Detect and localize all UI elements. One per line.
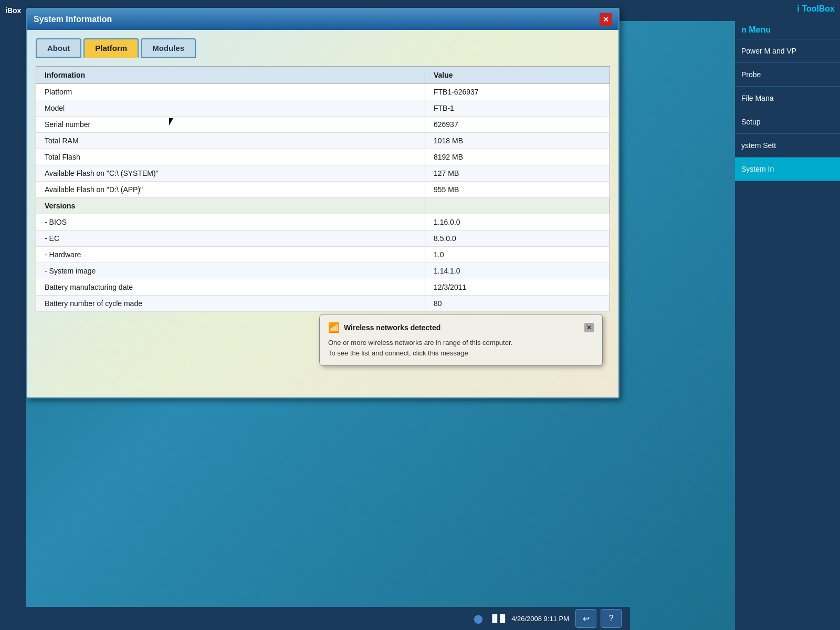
signal-icon: ▐▌█ (489, 614, 505, 623)
taskbar-buttons: ↩ ? (575, 609, 622, 628)
value-cell: 80 (425, 296, 610, 312)
info-cell: Total Flash (36, 149, 425, 165)
col-value-header: Value (425, 67, 610, 84)
sidebar-item-system-settings[interactable]: ystem Sett (735, 134, 840, 158)
dialog-titlebar: System Information ✕ (27, 9, 618, 30)
value-cell: 1018 MB (425, 133, 610, 149)
wireless-icon: 📶 (328, 322, 340, 333)
info-cell: Versions (36, 198, 425, 214)
table-row: ModelFTB-1 (36, 100, 610, 117)
value-cell: 1.16.0.0 (425, 214, 610, 230)
value-cell: 8192 MB (425, 149, 610, 165)
value-cell: 955 MB (425, 182, 610, 198)
dialog-close-button[interactable]: ✕ (600, 13, 612, 26)
table-row: Serial number626937 (36, 117, 610, 133)
col-info-header: Information (36, 67, 425, 84)
system-info-dialog: System Information ✕ About Platform Modu… (26, 8, 620, 398)
sidebar-item-file-manager[interactable]: File Mana (735, 87, 840, 110)
dialog-title: System Information (34, 15, 112, 24)
tab-about[interactable]: About (36, 38, 81, 58)
info-cell: Available Flash on "C:\ (SYSTEM)" (36, 165, 425, 182)
back-button[interactable]: ↩ (575, 609, 596, 628)
info-cell: - Hardware (36, 247, 425, 263)
value-cell: 12/3/2011 (425, 279, 610, 296)
sidebar-item-power[interactable]: Power M and VP (735, 39, 840, 63)
info-cell: Serial number (36, 117, 425, 133)
value-cell: 1.14.1.0 (425, 263, 610, 279)
right-title: i ToolBox (797, 4, 835, 14)
table-row: Available Flash on "D:\ (APP)"955 MB (36, 182, 610, 198)
table-row: Versions (36, 198, 610, 214)
sidebar-item-system-info[interactable]: System In (735, 158, 840, 181)
info-cell: - BIOS (36, 214, 425, 230)
bluetooth-icon: ⬤ (474, 614, 483, 624)
wireless-notification[interactable]: 📶 Wireless networks detected ✕ One or mo… (319, 314, 603, 366)
table-row: - Hardware1.0 (36, 247, 610, 263)
info-cell: - System image (36, 263, 425, 279)
table-row: Battery manufacturing date12/3/2011 (36, 279, 610, 296)
main-area: System Information ✕ About Platform Modu… (0, 0, 735, 630)
value-cell: FTB1-626937 (425, 84, 610, 100)
info-cell: Total RAM (36, 133, 425, 149)
info-cell: Available Flash on "D:\ (APP)" (36, 182, 425, 198)
value-cell: 8.5.0.0 (425, 230, 610, 247)
table-row: - BIOS1.16.0.0 (36, 214, 610, 230)
info-cell: Platform (36, 84, 425, 100)
tab-bar: About Platform Modules (36, 38, 610, 58)
info-cell: Battery manufacturing date (36, 279, 425, 296)
value-cell (425, 198, 610, 214)
tab-platform[interactable]: Platform (83, 38, 139, 58)
sidebar-header: n Menu (735, 21, 840, 39)
sidebar-item-probe[interactable]: Probe (735, 63, 840, 87)
table-row: - EC8.5.0.0 (36, 230, 610, 247)
wireless-close-button[interactable]: ✕ (584, 323, 594, 332)
back-icon: ↩ (583, 614, 590, 624)
table-row: Total Flash8192 MB (36, 149, 610, 165)
table-row: Available Flash on "C:\ (SYSTEM)"127 MB (36, 165, 610, 182)
wireless-title: 📶 Wireless networks detected (328, 322, 440, 333)
table-row: - System image1.14.1.0 (36, 263, 610, 279)
info-cell: Battery number of cycle made (36, 296, 425, 312)
wireless-header: 📶 Wireless networks detected ✕ (328, 322, 594, 333)
datetime-display: 4/26/2008 9:11 PM (511, 615, 569, 623)
info-cell: - EC (36, 230, 425, 247)
value-cell: FTB-1 (425, 100, 610, 117)
value-cell: 1.0 (425, 247, 610, 263)
right-sidebar: n Menu Power M and VP Probe File Mana Se… (735, 0, 840, 630)
tab-modules[interactable]: Modules (141, 38, 196, 58)
sidebar-item-setup[interactable]: Setup (735, 110, 840, 134)
wireless-body: One or more wireless networks are in ran… (328, 338, 594, 358)
table-row: Battery number of cycle made80 (36, 296, 610, 312)
taskbar: ⬤ ▐▌█ 4/26/2008 9:11 PM ↩ ? (0, 607, 630, 630)
info-cell: Model (36, 100, 425, 117)
help-button[interactable]: ? (601, 609, 622, 628)
help-icon: ? (609, 614, 614, 623)
info-table: Information Value PlatformFTB1-626937Mod… (36, 66, 610, 312)
table-row: PlatformFTB1-626937 (36, 84, 610, 100)
value-cell: 626937 (425, 117, 610, 133)
value-cell: 127 MB (425, 165, 610, 182)
dialog-content: About Platform Modules Information Value (27, 30, 618, 397)
table-row: Total RAM1018 MB (36, 133, 610, 149)
